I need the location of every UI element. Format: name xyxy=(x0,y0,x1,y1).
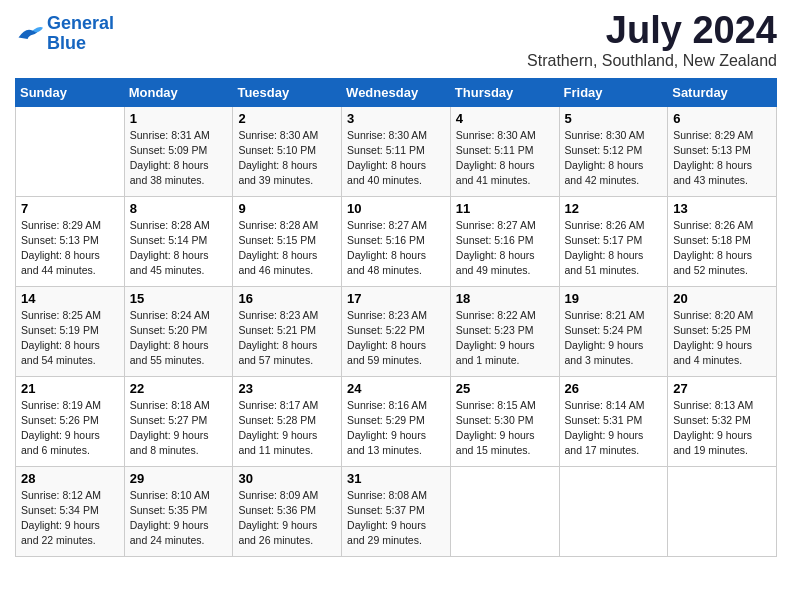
day-number: 19 xyxy=(565,291,663,306)
day-cell: 24Sunrise: 8:16 AMSunset: 5:29 PMDayligh… xyxy=(342,376,451,466)
header-monday: Monday xyxy=(124,78,233,106)
day-number: 5 xyxy=(565,111,663,126)
day-info: Sunrise: 8:30 AMSunset: 5:12 PMDaylight:… xyxy=(565,128,663,189)
day-cell: 31Sunrise: 8:08 AMSunset: 5:37 PMDayligh… xyxy=(342,466,451,556)
day-info: Sunrise: 8:29 AMSunset: 5:13 PMDaylight:… xyxy=(21,218,119,279)
day-cell: 3Sunrise: 8:30 AMSunset: 5:11 PMDaylight… xyxy=(342,106,451,196)
day-info: Sunrise: 8:23 AMSunset: 5:22 PMDaylight:… xyxy=(347,308,445,369)
day-number: 3 xyxy=(347,111,445,126)
header-saturday: Saturday xyxy=(668,78,777,106)
day-number: 26 xyxy=(565,381,663,396)
day-info: Sunrise: 8:12 AMSunset: 5:34 PMDaylight:… xyxy=(21,488,119,549)
day-info: Sunrise: 8:26 AMSunset: 5:18 PMDaylight:… xyxy=(673,218,771,279)
day-info: Sunrise: 8:28 AMSunset: 5:14 PMDaylight:… xyxy=(130,218,228,279)
day-info: Sunrise: 8:21 AMSunset: 5:24 PMDaylight:… xyxy=(565,308,663,369)
day-info: Sunrise: 8:31 AMSunset: 5:09 PMDaylight:… xyxy=(130,128,228,189)
day-number: 23 xyxy=(238,381,336,396)
day-cell: 9Sunrise: 8:28 AMSunset: 5:15 PMDaylight… xyxy=(233,196,342,286)
day-info: Sunrise: 8:13 AMSunset: 5:32 PMDaylight:… xyxy=(673,398,771,459)
day-cell: 23Sunrise: 8:17 AMSunset: 5:28 PMDayligh… xyxy=(233,376,342,466)
logo: General Blue xyxy=(15,14,114,54)
day-number: 11 xyxy=(456,201,554,216)
day-number: 25 xyxy=(456,381,554,396)
day-number: 27 xyxy=(673,381,771,396)
day-cell: 1Sunrise: 8:31 AMSunset: 5:09 PMDaylight… xyxy=(124,106,233,196)
day-number: 31 xyxy=(347,471,445,486)
day-info: Sunrise: 8:14 AMSunset: 5:31 PMDaylight:… xyxy=(565,398,663,459)
week-row-4: 21Sunrise: 8:19 AMSunset: 5:26 PMDayligh… xyxy=(16,376,777,466)
day-number: 7 xyxy=(21,201,119,216)
day-cell xyxy=(16,106,125,196)
header-sunday: Sunday xyxy=(16,78,125,106)
day-cell: 11Sunrise: 8:27 AMSunset: 5:16 PMDayligh… xyxy=(450,196,559,286)
day-info: Sunrise: 8:17 AMSunset: 5:28 PMDaylight:… xyxy=(238,398,336,459)
logo-line2: Blue xyxy=(47,33,86,53)
day-cell: 13Sunrise: 8:26 AMSunset: 5:18 PMDayligh… xyxy=(668,196,777,286)
day-cell: 16Sunrise: 8:23 AMSunset: 5:21 PMDayligh… xyxy=(233,286,342,376)
day-info: Sunrise: 8:20 AMSunset: 5:25 PMDaylight:… xyxy=(673,308,771,369)
day-cell: 21Sunrise: 8:19 AMSunset: 5:26 PMDayligh… xyxy=(16,376,125,466)
day-cell: 27Sunrise: 8:13 AMSunset: 5:32 PMDayligh… xyxy=(668,376,777,466)
day-number: 4 xyxy=(456,111,554,126)
day-number: 21 xyxy=(21,381,119,396)
day-cell: 25Sunrise: 8:15 AMSunset: 5:30 PMDayligh… xyxy=(450,376,559,466)
day-number: 22 xyxy=(130,381,228,396)
day-number: 13 xyxy=(673,201,771,216)
day-number: 18 xyxy=(456,291,554,306)
title-area: July 2024 Strathern, Southland, New Zeal… xyxy=(527,10,777,70)
location-title: Strathern, Southland, New Zealand xyxy=(527,52,777,70)
week-row-5: 28Sunrise: 8:12 AMSunset: 5:34 PMDayligh… xyxy=(16,466,777,556)
day-cell xyxy=(450,466,559,556)
header-friday: Friday xyxy=(559,78,668,106)
week-row-2: 7Sunrise: 8:29 AMSunset: 5:13 PMDaylight… xyxy=(16,196,777,286)
day-cell: 6Sunrise: 8:29 AMSunset: 5:13 PMDaylight… xyxy=(668,106,777,196)
day-info: Sunrise: 8:10 AMSunset: 5:35 PMDaylight:… xyxy=(130,488,228,549)
day-cell: 17Sunrise: 8:23 AMSunset: 5:22 PMDayligh… xyxy=(342,286,451,376)
day-info: Sunrise: 8:25 AMSunset: 5:19 PMDaylight:… xyxy=(21,308,119,369)
day-cell xyxy=(668,466,777,556)
day-cell: 5Sunrise: 8:30 AMSunset: 5:12 PMDaylight… xyxy=(559,106,668,196)
day-cell: 2Sunrise: 8:30 AMSunset: 5:10 PMDaylight… xyxy=(233,106,342,196)
day-info: Sunrise: 8:09 AMSunset: 5:36 PMDaylight:… xyxy=(238,488,336,549)
calendar-table: SundayMondayTuesdayWednesdayThursdayFrid… xyxy=(15,78,777,557)
logo-icon xyxy=(15,23,43,45)
day-cell: 20Sunrise: 8:20 AMSunset: 5:25 PMDayligh… xyxy=(668,286,777,376)
header-thursday: Thursday xyxy=(450,78,559,106)
day-number: 30 xyxy=(238,471,336,486)
day-info: Sunrise: 8:19 AMSunset: 5:26 PMDaylight:… xyxy=(21,398,119,459)
day-number: 14 xyxy=(21,291,119,306)
day-number: 24 xyxy=(347,381,445,396)
day-number: 29 xyxy=(130,471,228,486)
day-number: 6 xyxy=(673,111,771,126)
day-info: Sunrise: 8:08 AMSunset: 5:37 PMDaylight:… xyxy=(347,488,445,549)
day-info: Sunrise: 8:16 AMSunset: 5:29 PMDaylight:… xyxy=(347,398,445,459)
day-info: Sunrise: 8:28 AMSunset: 5:15 PMDaylight:… xyxy=(238,218,336,279)
logo-line1: General xyxy=(47,13,114,33)
day-cell: 22Sunrise: 8:18 AMSunset: 5:27 PMDayligh… xyxy=(124,376,233,466)
day-number: 15 xyxy=(130,291,228,306)
week-row-1: 1Sunrise: 8:31 AMSunset: 5:09 PMDaylight… xyxy=(16,106,777,196)
day-number: 10 xyxy=(347,201,445,216)
day-cell xyxy=(559,466,668,556)
day-info: Sunrise: 8:30 AMSunset: 5:11 PMDaylight:… xyxy=(456,128,554,189)
day-info: Sunrise: 8:27 AMSunset: 5:16 PMDaylight:… xyxy=(456,218,554,279)
day-cell: 29Sunrise: 8:10 AMSunset: 5:35 PMDayligh… xyxy=(124,466,233,556)
day-number: 1 xyxy=(130,111,228,126)
day-cell: 12Sunrise: 8:26 AMSunset: 5:17 PMDayligh… xyxy=(559,196,668,286)
day-info: Sunrise: 8:27 AMSunset: 5:16 PMDaylight:… xyxy=(347,218,445,279)
header-tuesday: Tuesday xyxy=(233,78,342,106)
day-info: Sunrise: 8:15 AMSunset: 5:30 PMDaylight:… xyxy=(456,398,554,459)
day-info: Sunrise: 8:18 AMSunset: 5:27 PMDaylight:… xyxy=(130,398,228,459)
day-cell: 4Sunrise: 8:30 AMSunset: 5:11 PMDaylight… xyxy=(450,106,559,196)
day-number: 20 xyxy=(673,291,771,306)
month-title: July 2024 xyxy=(527,10,777,52)
day-cell: 28Sunrise: 8:12 AMSunset: 5:34 PMDayligh… xyxy=(16,466,125,556)
day-number: 8 xyxy=(130,201,228,216)
day-info: Sunrise: 8:29 AMSunset: 5:13 PMDaylight:… xyxy=(673,128,771,189)
header-row: SundayMondayTuesdayWednesdayThursdayFrid… xyxy=(16,78,777,106)
day-number: 12 xyxy=(565,201,663,216)
day-cell: 26Sunrise: 8:14 AMSunset: 5:31 PMDayligh… xyxy=(559,376,668,466)
day-cell: 18Sunrise: 8:22 AMSunset: 5:23 PMDayligh… xyxy=(450,286,559,376)
day-cell: 30Sunrise: 8:09 AMSunset: 5:36 PMDayligh… xyxy=(233,466,342,556)
day-cell: 7Sunrise: 8:29 AMSunset: 5:13 PMDaylight… xyxy=(16,196,125,286)
